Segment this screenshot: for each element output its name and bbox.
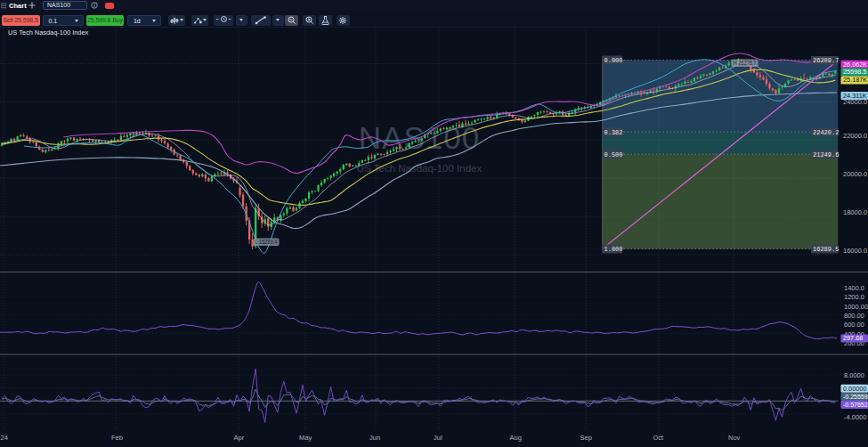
svg-text:Aug: Aug (510, 434, 522, 442)
svg-text:0.382: 0.382 (604, 129, 623, 136)
svg-text:Jul: Jul (434, 434, 442, 442)
svg-text:-0.25559: -0.25559 (843, 394, 868, 400)
svg-text:1000.00: 1000.00 (844, 303, 868, 311)
svg-text:22000.0: 22000.0 (843, 132, 867, 140)
svg-text:Apr: Apr (234, 434, 245, 442)
svg-text:0.500: 0.500 (604, 151, 623, 158)
svg-text:24: 24 (1, 434, 8, 442)
svg-text:800.00: 800.00 (844, 312, 864, 320)
svg-text:0.00000: 0.00000 (843, 385, 866, 393)
svg-text:20000.0: 20000.0 (843, 170, 867, 178)
svg-text:Jun: Jun (369, 434, 380, 442)
svg-text:25598.5: 25598.5 (843, 68, 866, 76)
svg-text:May: May (299, 434, 312, 442)
svg-text:26209.7: 26209.7 (813, 57, 839, 64)
svg-text:H 26276.7: H 26276.7 (734, 60, 757, 66)
svg-text:21249.6: 21249.6 (813, 151, 839, 158)
svg-text:297.68: 297.68 (843, 334, 863, 342)
svg-text:1400.0: 1400.0 (844, 284, 864, 292)
svg-text:Oct: Oct (653, 434, 665, 442)
svg-text:8.0000: 8.0000 (844, 371, 864, 379)
svg-text:16000.0: 16000.0 (843, 247, 867, 255)
svg-text:600.00: 600.00 (844, 321, 864, 329)
svg-text:L 16289.4: L 16289.4 (256, 239, 278, 245)
svg-text:1200.0: 1200.0 (844, 293, 864, 301)
svg-text:Feb: Feb (111, 434, 123, 442)
svg-text:25.187K: 25.187K (843, 76, 867, 84)
svg-text:18000.0: 18000.0 (843, 208, 867, 216)
svg-text:Nov: Nov (728, 434, 741, 442)
svg-text:US Tech Nasdaq-100 Index: US Tech Nasdaq-100 Index (8, 28, 89, 37)
svg-text:Sep: Sep (580, 434, 592, 442)
svg-text:0.000: 0.000 (604, 57, 623, 64)
svg-text:22420.2: 22420.2 (813, 129, 839, 136)
svg-text:-4.0000: -4.0000 (844, 413, 866, 421)
svg-text:1.000: 1.000 (604, 246, 623, 253)
svg-text:16289.5: 16289.5 (813, 246, 839, 253)
svg-text:24.311K: 24.311K (843, 92, 867, 100)
svg-text:-0.57652: -0.57652 (843, 402, 868, 408)
